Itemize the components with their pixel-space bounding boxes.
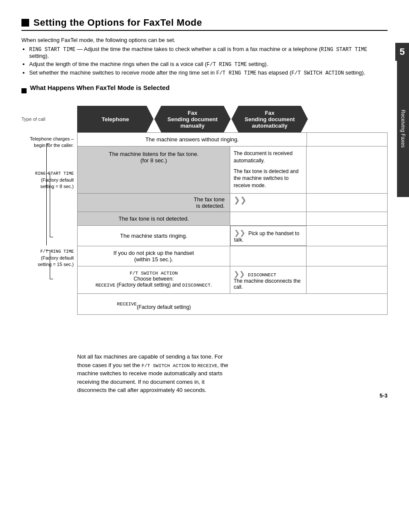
cell-receive: RECEIVE(Factory default setting): [78, 294, 230, 314]
cell-not-detected-right: [230, 212, 307, 225]
bullet-list: RING START TIME — Adjust the time the ma…: [29, 46, 388, 76]
cell-handset: If you do not pick up the handset(within…: [78, 246, 230, 266]
title-square: [21, 19, 29, 27]
page-number: 5-3: [379, 392, 388, 399]
content-column: The machine answers without ringing. The…: [77, 132, 388, 347]
ft-ring-label: F/T RING TIME (Factory defaultsetting = …: [38, 248, 74, 268]
cell-disconnect: ❯❯ DISCONNECT The machine disconnects th…: [230, 266, 307, 293]
section-title: What Happens When FaxTel Mode is Selecte…: [30, 84, 170, 91]
col-header-fax-manual: FaxSending documentmanually: [154, 106, 231, 132]
row-listens: The machine listens for the fax tone.(fo…: [77, 146, 388, 193]
row-not-detected: The fax tone is not detected.: [77, 212, 388, 225]
intro-text: When selecting FaxTel mode, the followin…: [21, 37, 388, 43]
cell-answers: The machine answers without ringing.: [78, 133, 307, 146]
machine-disconnects: The machine disconnects the call.: [234, 278, 301, 290]
hline-ft2: [50, 279, 53, 279]
header-fax-manual-label: FaxSending documentmanually: [168, 110, 218, 129]
cell-ringing: The machine starts ringing.: [78, 226, 230, 246]
cell-not-detected: The fax tone is not detected.: [78, 212, 230, 225]
cell-listens: The machine listens for the fax tone.(fo…: [78, 146, 230, 193]
cell-pickup: ❯❯ Pick up the handset to talk.: [230, 226, 307, 246]
hline-ring-end: [50, 237, 53, 237]
footer-note: Not all fax machines are capable of send…: [77, 353, 232, 395]
cell-right-5: [307, 226, 387, 246]
vline-ring: [50, 173, 50, 237]
row-answers: The machine answers without ringing.: [77, 132, 388, 146]
cell-fax-detected-right: ❯❯: [230, 194, 307, 212]
cell-answers-right: [307, 133, 387, 146]
row-switch-action: F/T SWITCH ACTION Choose between: RECEIV…: [77, 266, 388, 293]
section-title-bar: What Happens When FaxTel Mode is Selecte…: [21, 84, 388, 97]
cell-right-3: [307, 194, 387, 212]
type-of-call-label: Type of call: [21, 117, 45, 122]
cell-doc-received: The document is received automatically. …: [230, 146, 307, 193]
cell-right-6: [307, 246, 387, 266]
cell-switch-action: F/T SWITCH ACTION Choose between: RECEIV…: [78, 266, 230, 293]
ring-start-label: RING START TIME (Factory defaultsetting …: [35, 170, 74, 190]
telephone-charges-label: Telephone charges –begin for the caller.: [30, 136, 74, 149]
diagram-wrapper: Type of call Telephone FaxSending docume…: [21, 106, 388, 395]
col-header-fax-auto: FaxSending documentautomatically: [232, 106, 308, 132]
cell-fax-detected: The fax toneis detected.: [78, 194, 230, 212]
title-bar: Setting the Options for FaxTel Mode: [21, 17, 388, 31]
col-header-telephone: Telephone: [77, 106, 153, 132]
page-title: Setting the Options for FaxTel Mode: [33, 17, 202, 28]
hline-tel: [46, 143, 50, 144]
row-fax-detected: The fax toneis detected. ❯❯: [77, 193, 388, 212]
row-handset: If you do not pick up the handset(within…: [77, 246, 388, 266]
cell-right-8: [307, 294, 387, 314]
row-receive: RECEIVE(Factory default setting): [77, 293, 388, 315]
disconnect-label: DISCONNECT: [248, 272, 276, 278]
bullet-1: RING START TIME — Adjust the time the ma…: [29, 46, 388, 59]
header-telephone-label: Telephone: [102, 116, 129, 123]
vline-left: [46, 143, 47, 245]
sidebar-text: Receiving Faxes: [397, 60, 409, 197]
bullet-2: Adjust the length of time the machine ri…: [29, 61, 388, 68]
hline-ft1: [46, 250, 50, 251]
bullet-3: Set whether the machine switches to rece…: [29, 69, 388, 76]
section-square: [21, 88, 27, 93]
cell-receive-right: [230, 294, 307, 314]
cell-right-2: [307, 146, 387, 193]
chapter-number: 5: [395, 43, 409, 61]
vline-ft: [50, 250, 50, 279]
header-fax-auto-label: FaxSending documentautomatically: [245, 110, 295, 129]
cell-right-4: [307, 212, 387, 225]
hline-ring-start: [46, 173, 50, 173]
label-column: Telephone charges –begin for the caller.…: [21, 132, 77, 347]
cell-handset-right: [230, 246, 307, 266]
cell-right-7: [307, 266, 387, 293]
row-ringing: The machine starts ringing. ❯❯ Pick up t…: [77, 225, 388, 246]
diagram-main: Telephone charges –begin for the caller.…: [21, 132, 388, 347]
